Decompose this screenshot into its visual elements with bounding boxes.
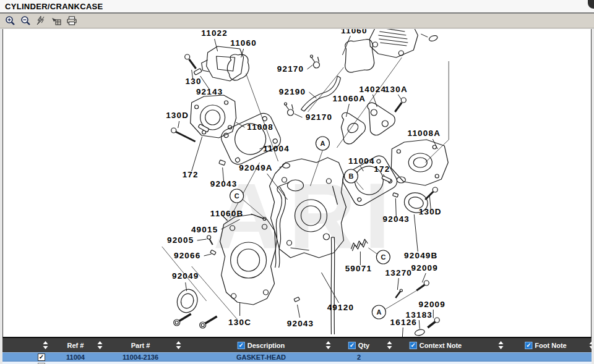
column-header-ref-[interactable]: Ref # [67, 338, 84, 352]
column-header-foot-note[interactable]: ✓Foot Note [525, 338, 566, 352]
part-number-label[interactable]: 92009 [419, 300, 446, 309]
zoom-in-icon [5, 15, 15, 26]
callout-B: B [344, 169, 358, 183]
sort-toggle-icon[interactable] [326, 341, 332, 349]
sort-toggle-icon[interactable] [590, 341, 592, 349]
part-number-label[interactable]: 92143 [196, 87, 223, 96]
column-header-part-[interactable]: Part # [131, 338, 150, 352]
column-header-label: Context Note [420, 342, 462, 349]
parts-lookup-icon [51, 15, 62, 26]
part-number-label[interactable]: 49120 [327, 303, 354, 312]
part-number-label[interactable]: 92170 [277, 64, 304, 74]
part-number-label[interactable]: 11004 [348, 156, 375, 166]
sort-toggle-icon[interactable] [499, 341, 504, 349]
column-visibility-checkbox[interactable]: ✓ [525, 342, 532, 349]
part-number-label[interactable]: 92043 [210, 179, 237, 188]
part-cell: 11004-2136 [123, 353, 158, 362]
parts-lookup-button[interactable] [51, 15, 62, 27]
zoom-out-icon [20, 15, 31, 26]
part-number-label[interactable]: 11004 [263, 144, 290, 153]
part-number-label[interactable]: 13270 [385, 268, 412, 277]
ref-cell: 11004 [66, 353, 85, 362]
print-button[interactable] [66, 15, 77, 27]
callout-C: C [230, 189, 244, 203]
callout-A: A [372, 305, 385, 319]
hotspot-button[interactable] [35, 15, 46, 27]
diagram-canvas: ARI [3, 29, 591, 337]
column-visibility-checkbox[interactable]: ✓ [238, 342, 245, 349]
part-number-label[interactable]: 172 [183, 170, 199, 179]
callout-A: A [316, 137, 329, 150]
part-number-label[interactable]: 92043 [287, 319, 314, 328]
part-number-label[interactable]: 11008A [407, 129, 441, 138]
part-number-label[interactable]: 11060B [210, 209, 244, 218]
svg-text:A: A [376, 308, 381, 316]
part-number-label[interactable]: 130D [166, 111, 189, 120]
svg-text:B: B [348, 172, 353, 180]
part-number-label[interactable]: 92170 [306, 112, 332, 122]
zoom-in-button[interactable] [4, 15, 15, 27]
part-number-label[interactable]: 92009 [411, 263, 438, 273]
callout-C: C [376, 250, 390, 264]
part-number-label[interactable]: 92005 [167, 235, 194, 245]
table-row-selected[interactable]: ✓1100411004-2136GASKET-HEAD2 [2, 352, 592, 362]
column-header-qty[interactable]: ✓Qty [348, 338, 369, 352]
sort-toggle-icon[interactable] [43, 341, 49, 349]
description-cell: GASKET-HEAD [236, 353, 286, 362]
parts-table-header: Ref #Part #✓Description✓Qty✓Context Note… [2, 338, 592, 352]
print-icon [66, 15, 77, 26]
part-number-label[interactable]: 49015 [191, 225, 218, 234]
part-number-label[interactable]: 16126 [390, 318, 417, 327]
column-header-label: Qty [358, 342, 369, 349]
part-number-label[interactable]: 92049A [239, 163, 272, 172]
parts-catalog-window: CYLINDER/CRANKCASE [0, 0, 594, 364]
svg-text:A: A [320, 140, 325, 147]
part-number-label[interactable]: 11060 [341, 29, 368, 35]
column-header-label: Part # [131, 342, 150, 349]
column-header-label: Foot Note [535, 342, 566, 349]
column-header-context-note[interactable]: ✓Context Note [410, 338, 462, 352]
part-number-label[interactable]: 130D [419, 207, 442, 216]
part-number-label[interactable]: 92049B [404, 251, 437, 260]
column-visibility-checkbox[interactable]: ✓ [410, 342, 417, 349]
part-number-label[interactable]: 11022 [201, 29, 228, 38]
sort-toggle-icon[interactable] [387, 341, 393, 349]
row-select-checkbox[interactable]: ✓ [38, 353, 45, 361]
part-number-label[interactable]: 92066 [174, 251, 200, 260]
zoom-out-button[interactable] [20, 15, 31, 27]
table-row-partial[interactable] [2, 362, 592, 364]
sort-toggle-icon[interactable] [176, 341, 182, 349]
column-visibility-checkbox[interactable]: ✓ [348, 342, 356, 349]
part-number-label[interactable]: 130C [228, 318, 251, 327]
qty-cell: 2 [357, 353, 361, 362]
lightning-icon [36, 15, 46, 26]
part-number-label[interactable]: 92190 [279, 87, 306, 96]
page-title: CYLINDER/CRANKCASE [0, 2, 103, 11]
part-number-label[interactable]: 130 [186, 77, 202, 86]
exploded-parts-diagram[interactable]: ARI [2, 29, 592, 337]
part-number-label[interactable]: 59071 [345, 264, 372, 273]
part-number-label[interactable]: 92049 [172, 271, 199, 281]
svg-text:C: C [381, 253, 385, 261]
part-number-label[interactable]: 11060A [333, 94, 366, 103]
part-number-label[interactable]: 11008 [247, 122, 273, 132]
column-header-label: Ref # [67, 342, 84, 349]
column-header-label: Description [248, 342, 285, 349]
part-number-label[interactable]: 14024 [359, 85, 386, 94]
part-number-label[interactable]: 92043 [383, 214, 410, 224]
part-number-label[interactable]: 130A [385, 85, 408, 94]
title-bar: CYLINDER/CRANKCASE [0, 0, 594, 14]
diagram-toolbar [0, 14, 594, 28]
part-number-label[interactable]: 11060 [230, 38, 257, 48]
svg-text:C: C [235, 192, 239, 200]
part-number-label[interactable]: 172 [374, 164, 390, 174]
parts-table: Ref #Part #✓Description✓Qty✓Context Note… [2, 337, 592, 364]
column-header-description[interactable]: ✓Description [238, 338, 285, 352]
sort-toggle-icon[interactable] [98, 341, 103, 349]
